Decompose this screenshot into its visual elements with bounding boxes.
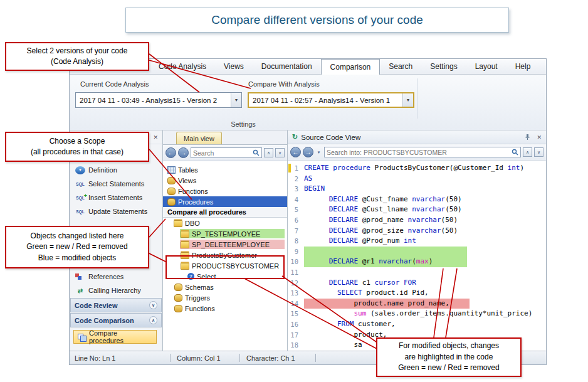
tree-item-sp-deleteemployee[interactable]: SP_DELETEEMPLOYEE [163, 239, 287, 250]
tree-item-functions[interactable]: Functions [163, 186, 287, 196]
chevron-up-icon[interactable]: ∧ [523, 147, 532, 157]
code-line-2: 2AS [288, 174, 546, 184]
close-icon[interactable]: ✕ [153, 134, 158, 141]
ribbon-tab-documentation[interactable]: Documentation [253, 59, 321, 74]
chevron-down-icon[interactable]: ∨ [534, 147, 543, 157]
tree-item-select[interactable]: ?Select [163, 271, 287, 282]
tree-item-tables[interactable]: Tables [163, 164, 287, 175]
forward-icon[interactable]: → [303, 147, 313, 157]
sidebar-item-definition[interactable]: ▼Definition [70, 163, 162, 177]
line-number: 4 [288, 194, 304, 205]
sidebar-item-references[interactable]: References [70, 270, 162, 284]
code-line-8: 8 DECLARE @Prod_num int [288, 236, 546, 247]
tree-item-dbo[interactable]: DBO [163, 218, 287, 228]
tree-item-sp-testemployee[interactable]: SP_TESTEMPLOYEE [163, 228, 287, 239]
ribbon-tab-comparison[interactable]: Comparison [321, 59, 381, 75]
back-icon[interactable]: ← [165, 147, 176, 158]
sidebar-item-calling-hierarchy[interactable]: ⇄Calling Hierarchy [70, 284, 162, 297]
sidebar-item-select-statements[interactable]: SQLSelect Statements [70, 177, 162, 191]
ribbon: Current Code Analysis Compare With Analy… [70, 75, 546, 130]
code-line-12: 12 DECLARE c1 cursor FOR [288, 278, 546, 289]
compare-with-label: Compare With Analysis [248, 80, 320, 88]
ribbon-tab-settings[interactable]: Settings [421, 59, 466, 74]
compare-procedures-button[interactable]: Compare procedures [73, 330, 157, 344]
line-number: 15 [288, 309, 304, 319]
ribbon-tab-views[interactable]: Views [215, 59, 253, 74]
code-search-box[interactable] [324, 147, 521, 157]
tree-item-content: Views [166, 176, 198, 185]
db-icon [167, 177, 176, 184]
db-icon [167, 188, 176, 195]
ribbon-tab-search[interactable]: Search [380, 59, 421, 74]
tree-item-schemas[interactable]: Schemas [163, 282, 287, 292]
ribbon-tab-layout[interactable]: Layout [466, 59, 507, 74]
tree-item-label: Procedures [178, 198, 213, 206]
tree-item-productsbycustomer[interactable]: PRODUCTSBYCUSTOMER [163, 260, 287, 271]
code-text: DECLARE c1 cursor FOR [304, 278, 416, 289]
tree-item-views[interactable]: Views [163, 175, 287, 186]
code-text: DECLARE @prod_size nvarchar(50) [304, 226, 458, 236]
line-number: 17 [288, 330, 304, 341]
close-icon[interactable]: ✕ [537, 134, 542, 141]
code-search-input[interactable] [327, 149, 512, 156]
code-line-5: 5 DECLARE @Cust_lname nvarchar(50) [288, 204, 546, 215]
question-icon: ? [187, 273, 194, 280]
forward-icon[interactable]: → [178, 147, 189, 158]
tree-item-label: Schemas [185, 284, 214, 291]
code-text: AS [304, 174, 312, 184]
back-icon[interactable]: ← [290, 147, 301, 157]
section-code-review[interactable]: Code Review∨ [70, 298, 162, 312]
line-number: 5 [288, 204, 304, 215]
ribbon-tab-help[interactable]: Help [507, 59, 540, 74]
code-line-4: 4 DECLARE @Cust_fname nvarchar(50) [288, 194, 546, 205]
search-icon [512, 149, 518, 156]
tree-item-procedures[interactable]: Procedures [163, 196, 287, 207]
compare-with-dropdown[interactable]: 2017 04 11 - 02:57 - Analysis14 - Versio… [248, 92, 414, 108]
source-code-title: Source Code View [301, 134, 360, 141]
code-line-6: 6 DECLARE @prod_name nvarchar(50) [288, 215, 546, 226]
db-icon [174, 305, 182, 312]
tree-item-triggers[interactable]: Triggers [163, 292, 287, 303]
object-tree: TablesViewsFunctionsProceduresCompare al… [163, 161, 287, 314]
db-icon [174, 294, 182, 302]
sidebar-item-update-statements[interactable]: SQLUpdate Statements [70, 204, 162, 218]
tree-search-box[interactable] [191, 147, 262, 158]
chevron-down-icon[interactable]: ∨ [275, 148, 285, 157]
tree-search-input[interactable] [193, 149, 253, 157]
code-text: DECLARE @r1 nvarchar(max) [304, 257, 467, 267]
sidebar-item-insert-statements[interactable]: SQL+Insert Statements [70, 191, 162, 204]
chevron-down-icon[interactable]: ▾ [402, 93, 413, 107]
source-code-toolbar: ← → ▾ ∧ ∨ [288, 144, 546, 161]
main-view-tabrow: Main view [163, 130, 287, 144]
line-number: 18 [288, 340, 304, 351]
code-editor[interactable]: 1CREATE procedure ProductsByCustomer(@Cu… [288, 161, 546, 351]
compare-procedures-label: Compare procedures [89, 329, 152, 344]
code-line-7: 7 DECLARE @prod_size nvarchar(50) [288, 226, 546, 236]
current-analysis-dropdown[interactable]: 2017 04 11 - 03:49 - Analysis15 - Versio… [75, 92, 242, 108]
pin-icon[interactable] [524, 134, 531, 141]
search-icon [253, 149, 260, 156]
chevron-up-icon[interactable]: ∧ [264, 148, 273, 157]
code-text: BEGIN [304, 184, 325, 194]
line-number: 11 [288, 267, 304, 278]
chevron-down-icon[interactable]: ▾ [315, 150, 322, 155]
ribbon-group-separator [417, 78, 417, 119]
chevron-up-icon[interactable]: ∧ [149, 316, 157, 324]
tree-item-label: Tables [178, 166, 198, 174]
section-code-comparison[interactable]: Code Comparison∧ [70, 313, 162, 327]
status-separator [315, 354, 316, 362]
tree-item-functions[interactable]: Functions [163, 303, 287, 314]
code-line-13: 13 SELECT product.id Pid, [288, 288, 546, 299]
tree-item-label: Triggers [185, 294, 210, 302]
source-code-panel: ↻ Source Code View ✕ ← → ▾ ∧ ∨ 1CREATE p… [288, 130, 546, 351]
status-character: Character: Ch 1 [246, 354, 315, 362]
tab-main-view[interactable]: Main view [176, 132, 222, 144]
code-line-1: 1CREATE procedure ProductsByCustomer(@Cu… [288, 163, 546, 174]
chevron-down-icon[interactable]: ∨ [149, 301, 157, 309]
chevron-down-icon[interactable]: ▾ [231, 93, 241, 107]
ribbon-tab-code-analysis[interactable]: Code Analysis [150, 59, 215, 74]
tree-item-productsbycustomer[interactable]: ProductsByCustomer [163, 250, 287, 260]
line-number: 12 [288, 278, 304, 289]
main-view-panel: Main view ← → ∧ ∨ TablesViewsFunctionsPr… [163, 130, 288, 351]
line-number: 16 [288, 319, 304, 330]
